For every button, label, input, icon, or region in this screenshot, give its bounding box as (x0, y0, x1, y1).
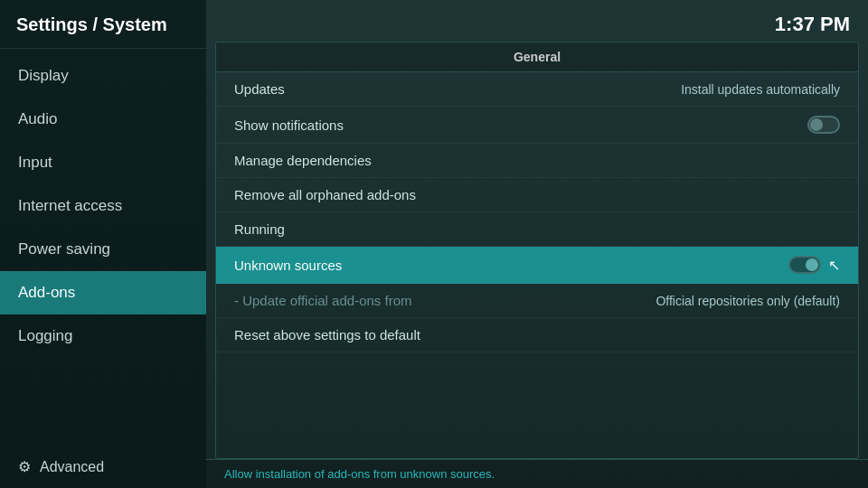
update-official-value: Official repositories only (default) (656, 294, 840, 308)
setting-row-remove-orphaned[interactable]: Remove all orphaned add-ons (216, 178, 858, 212)
setting-row-running[interactable]: Running (216, 212, 858, 247)
cursor-icon: ↖ (828, 257, 840, 274)
sidebar-item-display[interactable]: Display (0, 54, 206, 98)
add-ons-label: Add-ons (18, 284, 75, 302)
input-label: Input (18, 154, 52, 172)
reset-label: Reset above settings to default (234, 327, 840, 343)
sidebar-item-audio[interactable]: Audio (0, 98, 206, 141)
unknown-sources-toggle[interactable] (788, 256, 821, 274)
setting-row-update-official[interactable]: - Update official add-ons from Official … (216, 284, 858, 318)
sidebar-item-add-ons[interactable]: Add-ons (0, 271, 206, 314)
logging-label: Logging (18, 327, 73, 345)
main-content: 1:37 PM General Updates Install updates … (206, 0, 868, 488)
settings-panel: General Updates Install updates automati… (215, 42, 859, 459)
display-label: Display (18, 67, 69, 85)
setting-row-unknown-sources[interactable]: Unknown sources ↖ (216, 247, 858, 284)
remove-orphaned-label: Remove all orphaned add-ons (234, 187, 840, 202)
gear-icon: ⚙ (18, 458, 31, 475)
sidebar-item-logging[interactable]: Logging (0, 314, 206, 358)
setting-row-reset[interactable]: Reset above settings to default (216, 318, 858, 352)
advanced-button[interactable]: ⚙ Advanced (0, 446, 206, 488)
running-label: Running (234, 221, 840, 237)
internet-access-label: Internet access (18, 197, 122, 215)
footer-hint: Allow installation of add-ons from unkno… (206, 459, 868, 488)
updates-value: Install updates automatically (681, 82, 840, 97)
show-notifications-label: Show notifications (234, 117, 807, 133)
topbar: 1:37 PM (206, 0, 868, 42)
audio-label: Audio (18, 110, 57, 128)
spacer (216, 352, 858, 458)
update-official-label: - Update official add-ons from (234, 293, 656, 308)
sidebar-item-internet-access[interactable]: Internet access (0, 184, 206, 228)
power-saving-label: Power saving (18, 240, 110, 258)
clock: 1:37 PM (775, 13, 850, 36)
updates-label: Updates (234, 81, 681, 97)
nav-list: Display Audio Input Internet access Powe… (0, 49, 206, 446)
setting-row-manage-dependencies[interactable]: Manage dependencies (216, 144, 858, 178)
advanced-label: Advanced (40, 459, 104, 475)
page-title: Settings / System (0, 0, 206, 49)
unknown-sources-label: Unknown sources (234, 258, 788, 273)
setting-row-show-notifications[interactable]: Show notifications (216, 107, 858, 144)
sidebar-item-power-saving[interactable]: Power saving (0, 228, 206, 271)
sidebar: Settings / System Display Audio Input In… (0, 0, 206, 488)
sidebar-item-input[interactable]: Input (0, 141, 206, 184)
setting-row-updates[interactable]: Updates Install updates automatically (216, 72, 858, 107)
section-header: General (216, 42, 858, 72)
manage-dependencies-label: Manage dependencies (234, 153, 840, 168)
show-notifications-toggle[interactable] (807, 116, 840, 134)
